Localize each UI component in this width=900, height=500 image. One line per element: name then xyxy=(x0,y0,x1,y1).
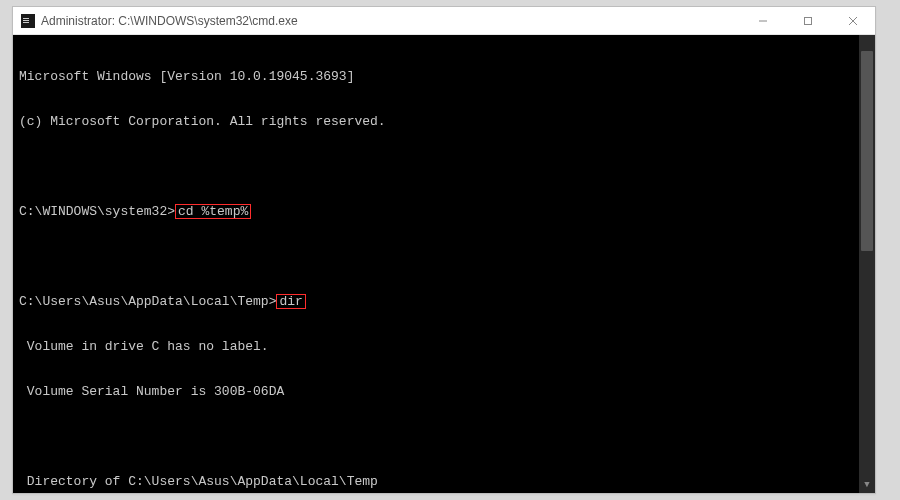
scrollbar[interactable]: ▲ ▼ xyxy=(859,35,875,493)
volume-line: Volume in drive C has no label. xyxy=(19,339,869,354)
scroll-thumb[interactable] xyxy=(861,51,873,251)
banner-line: Microsoft Windows [Version 10.0.19045.36… xyxy=(19,69,869,84)
svg-rect-1 xyxy=(804,17,811,24)
titlebar[interactable]: Administrator: C:\WINDOWS\system32\cmd.e… xyxy=(13,7,875,35)
cmd-window: Administrator: C:\WINDOWS\system32\cmd.e… xyxy=(12,6,876,494)
banner-line: (c) Microsoft Corporation. All rights re… xyxy=(19,114,869,129)
volume-line: Volume Serial Number is 300B-06DA xyxy=(19,384,869,399)
close-button[interactable] xyxy=(830,7,875,35)
scroll-down-icon[interactable]: ▼ xyxy=(859,477,875,493)
highlight-command: dir xyxy=(276,294,305,309)
terminal-content[interactable]: Microsoft Windows [Version 10.0.19045.36… xyxy=(13,35,875,493)
highlight-command: cd %temp% xyxy=(175,204,251,219)
directory-of-line: Directory of C:\Users\Asus\AppData\Local… xyxy=(19,474,869,489)
prompt-line: C:\WINDOWS\system32>cd %temp% xyxy=(19,204,869,219)
cmd-icon xyxy=(21,14,35,28)
minimize-button[interactable] xyxy=(740,7,785,35)
maximize-button[interactable] xyxy=(785,7,830,35)
prompt-line: C:\Users\Asus\AppData\Local\Temp>dir xyxy=(19,294,869,309)
window-title: Administrator: C:\WINDOWS\system32\cmd.e… xyxy=(41,14,740,28)
